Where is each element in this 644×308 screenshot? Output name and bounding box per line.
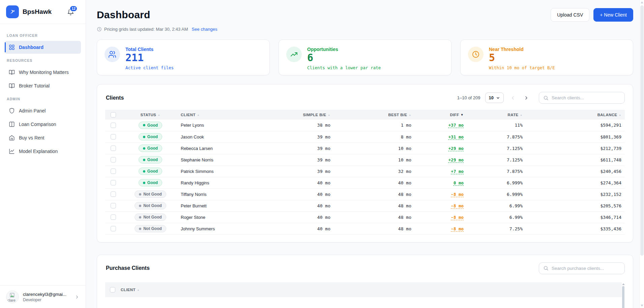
status-badge: Not Good (135, 225, 166, 232)
table-row[interactable]: GoodPeter Lyons38 mo1 mo+37 mo11%$594,29… (105, 120, 625, 131)
table-row[interactable]: Not GoodRoger Stone40 mo48 mo-8 mo6.99%$… (105, 211, 625, 223)
balance-value: $240,456 (526, 165, 625, 177)
sidebar-item-buy-vs-rent[interactable]: Buy vs Rent (5, 131, 81, 144)
row-checkbox[interactable] (111, 180, 116, 185)
row-checkbox[interactable] (111, 123, 116, 128)
clients-table: STATUS▲ CLIENT▲ SIMPLE B/E▲ BEST B/E▲ DI… (105, 110, 625, 235)
status-dot-icon (143, 147, 145, 150)
column-header-client[interactable]: CLIENT▲ (179, 110, 270, 120)
simple-be-value: 40 mo (270, 177, 334, 188)
row-checkbox[interactable] (111, 214, 116, 220)
user-menu[interactable]: clare clarencekyl3@gmai... Developer (0, 285, 86, 308)
simple-be-value: 39 mo (270, 154, 334, 165)
stat-sublabel: Active client files (125, 65, 174, 70)
table-header-row: STATUS▲ CLIENT▲ SIMPLE B/E▲ BEST B/E▲ DI… (105, 110, 625, 120)
see-changes-link[interactable]: See changes (192, 27, 217, 32)
table-row[interactable]: GoodStephanie Norris39 mo10 mo+29 mo7.12… (105, 154, 625, 165)
table-row[interactable]: Not GoodTiffany Norris40 mo48 mo-8 mo6.9… (105, 188, 625, 200)
client-name: Roger Stone (179, 211, 270, 223)
page-scrollbar[interactable] (639, 0, 644, 308)
best-be-value: 32 mo (334, 165, 415, 177)
clients-search-input[interactable] (552, 95, 620, 100)
sidebar-item-model-explanation[interactable]: Model Explanation (5, 145, 81, 158)
purchase-column-header-client[interactable]: CLIENT▲ (121, 288, 140, 292)
column-header-status[interactable]: STATUS▲ (121, 110, 179, 120)
rate-value: 6.999% (467, 188, 526, 200)
select-all-header[interactable] (105, 110, 121, 120)
purchase-table-scrollbar[interactable] (622, 282, 625, 308)
sidebar-item-why-monitoring-matters[interactable]: Why Monitoring Matters (5, 66, 81, 79)
simple-be-value: 40 mo (270, 188, 334, 200)
scroll-down-icon[interactable] (641, 305, 643, 307)
row-checkbox-cell (105, 211, 121, 223)
row-checkbox-cell (105, 165, 121, 177)
diff-value[interactable]: +31 mo (448, 134, 464, 139)
sidebar-item-broker-tutorial[interactable]: Broker Tutorial (5, 79, 81, 92)
diff-value[interactable]: +7 mo (451, 169, 464, 174)
sidebar-item-label: Model Explanation (19, 149, 58, 154)
row-checkbox[interactable] (111, 157, 116, 162)
diff-value[interactable]: -8 mo (451, 215, 464, 220)
diff-value[interactable]: -8 mo (451, 203, 464, 208)
pagination-next-button[interactable] (522, 95, 531, 101)
status-cell: Good (121, 177, 179, 188)
row-checkbox[interactable] (111, 203, 116, 208)
select-all-checkbox[interactable] (111, 112, 116, 118)
best-be-value: 48 mo (334, 223, 415, 234)
page-size-select[interactable]: 10 (485, 93, 504, 103)
row-checkbox-cell (105, 177, 121, 188)
diff-value[interactable]: +29 mo (448, 157, 464, 162)
column-header-diff[interactable]: DIFF▼ (415, 110, 467, 120)
diff-value[interactable]: +37 mo (448, 123, 464, 128)
table-row[interactable]: GoodJason Cook39 mo8 mo+31 mo7.875%$801,… (105, 131, 625, 143)
new-client-button[interactable]: + New Client (593, 8, 633, 22)
column-header-rate[interactable]: RATE▲ (467, 110, 526, 120)
sort-asc-icon: ▲ (520, 113, 523, 117)
column-header-simple-be[interactable]: SIMPLE B/E▲ (270, 110, 334, 120)
table-row[interactable]: GoodRandy Higgins40 mo40 mo0 mo6.999%$27… (105, 177, 625, 188)
status-cell: Not Good (121, 211, 179, 223)
sidebar-item-dashboard[interactable]: Dashboard (5, 41, 81, 54)
status-dot-icon (143, 170, 145, 173)
sidebar-item-loan-comparison[interactable]: Loan Comparison (5, 118, 81, 131)
diff-value[interactable]: -8 mo (451, 192, 464, 197)
pagination-prev-button[interactable] (508, 95, 517, 101)
chevron-right-icon[interactable] (75, 294, 80, 300)
row-checkbox[interactable] (111, 146, 116, 151)
notifications-button[interactable]: 12 (67, 8, 74, 16)
sort-asc-icon: ▲ (197, 113, 200, 117)
scroll-up-icon[interactable] (641, 1, 643, 3)
pricing-update-note: Pricing grids last updated: Mar 30, 2:43… (97, 27, 633, 32)
sidebar-item-admin-panel[interactable]: Admin Panel (5, 104, 81, 117)
row-checkbox[interactable] (111, 226, 116, 231)
status-badge: Good (139, 133, 162, 140)
purchase-select-all-checkbox[interactable] (110, 287, 115, 292)
column-header-best-be[interactable]: BEST B/E▲ (334, 110, 415, 120)
row-checkbox[interactable] (111, 169, 116, 174)
diff-value[interactable]: -8 mo (451, 226, 464, 231)
upload-csv-button[interactable]: Upload CSV (551, 8, 589, 22)
diff-cell: -8 mo (415, 188, 467, 200)
diff-value[interactable]: 0 mo (453, 180, 464, 185)
stat-value: 5 (489, 52, 555, 63)
diff-value[interactable]: +29 mo (448, 146, 464, 151)
purchase-search-input[interactable] (552, 266, 620, 271)
clock-icon (468, 47, 484, 62)
table-row[interactable]: GoodPatrick Simmons39 mo32 mo+7 mo7.875%… (105, 165, 625, 177)
row-checkbox[interactable] (111, 191, 116, 197)
table-row[interactable]: Not GoodJohnny Summers40 mo48 mo-8 mo7.2… (105, 223, 625, 234)
status-cell: Good (121, 154, 179, 165)
sidebar-nav: LOAN OFFICER Dashboard RESOURCES Why Mon… (0, 24, 86, 285)
column-header-balance[interactable]: BALANCE▲ (526, 110, 625, 120)
status-badge: Good (139, 122, 162, 129)
page-scrollbar-thumb[interactable] (640, 5, 644, 256)
purchase-table-wrap: CLIENT▲ (105, 282, 625, 308)
scrollbar-thumb[interactable] (622, 286, 624, 308)
scroll-up-icon[interactable] (622, 283, 625, 285)
clients-card-header: Clients 1–10 of 209 10 (97, 84, 633, 110)
row-checkbox[interactable] (111, 134, 116, 139)
table-row[interactable]: GoodRebecca Larsen39 mo10 mo+29 mo7.125%… (105, 143, 625, 154)
table-row[interactable]: Not GoodPeter Burnett40 mo48 mo-8 mo6.99… (105, 200, 625, 211)
best-be-value: 48 mo (334, 200, 415, 211)
balance-value: $594,291 (526, 120, 625, 131)
